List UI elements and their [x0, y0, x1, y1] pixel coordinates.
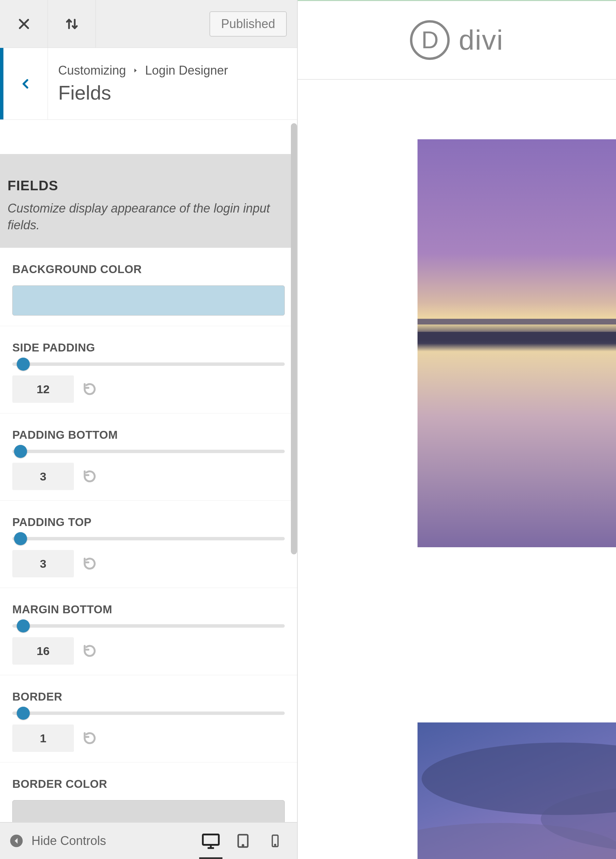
bg-color-swatch[interactable] [13, 286, 285, 315]
slider-value-input[interactable]: 1 [13, 725, 74, 752]
up-down-arrows-icon [63, 16, 80, 33]
tablet-icon [235, 832, 251, 849]
preview-image-2 [417, 722, 616, 859]
control-side-padding: SIDE PADDING 12 [0, 326, 297, 414]
device-desktop[interactable] [199, 829, 223, 853]
breadcrumb: Customizing Login Designer [58, 63, 287, 78]
undo-icon [82, 556, 97, 571]
undo-icon [82, 469, 97, 484]
collapse-left-icon [9, 834, 23, 848]
page-title: Fields [58, 81, 287, 104]
section-header: FIELDS Customize display appearance of t… [0, 154, 297, 248]
slider-value-input[interactable]: 3 [13, 550, 74, 577]
control-label: BACKGROUND COLOR [13, 263, 285, 276]
slider-track[interactable] [13, 624, 285, 628]
svg-rect-3 [203, 834, 219, 845]
close-icon [17, 17, 31, 31]
reset-button[interactable] [82, 643, 97, 658]
reorder-button[interactable] [48, 0, 96, 48]
bottombar: Hide Controls [0, 822, 297, 859]
section-description: Customize display appearance of the logi… [8, 200, 285, 233]
logo-mark: D [410, 20, 450, 60]
preview-image-1 [417, 139, 616, 547]
control-padding-bottom: PADDING BOTTOM 3 [0, 414, 297, 501]
site-logo[interactable]: D divi [410, 20, 503, 60]
reset-button[interactable] [82, 731, 97, 746]
control-label: PADDING BOTTOM [13, 428, 285, 442]
panel-body: FIELDS Customize display appearance of t… [0, 120, 297, 822]
device-mobile[interactable] [263, 829, 288, 853]
breadcrumb-root: Customizing [58, 63, 126, 78]
slider-thumb[interactable] [17, 619, 30, 633]
publish-status[interactable]: Published [210, 11, 287, 37]
desktop-icon [201, 831, 220, 850]
control-label: BORDER [13, 690, 285, 703]
logo-text: divi [458, 24, 503, 56]
control-padding-top: PADDING TOP 3 [0, 501, 297, 588]
back-button[interactable] [0, 48, 48, 119]
preview-header: D divi [298, 1, 616, 80]
preview-pane: D divi [298, 0, 616, 859]
customizer-sidebar: Published Customizing Login Designer Fie… [0, 0, 298, 859]
svg-rect-8 [417, 139, 616, 547]
undo-icon [82, 731, 97, 746]
collapse-button[interactable]: Hide Controls [9, 834, 106, 848]
slider-thumb[interactable] [17, 707, 30, 720]
control-margin-bottom: MARGIN BOTTOM 16 [0, 588, 297, 675]
reset-button[interactable] [82, 556, 97, 571]
mobile-icon [268, 834, 282, 848]
hide-controls-label: Hide Controls [31, 834, 106, 848]
undo-icon [82, 381, 97, 397]
section-heading: FIELDS [8, 178, 285, 194]
chevron-left-icon [19, 77, 32, 91]
slider-track[interactable] [13, 362, 285, 366]
slider-thumb[interactable] [14, 532, 27, 545]
scrollbar[interactable] [291, 123, 297, 554]
svg-rect-9 [417, 319, 616, 325]
slider-track[interactable] [13, 537, 285, 540]
slider-value-input[interactable]: 3 [13, 463, 74, 490]
topbar: Published [0, 0, 297, 48]
slider-value-input[interactable]: 16 [13, 637, 74, 665]
slider-thumb[interactable] [17, 358, 30, 371]
svg-point-7 [275, 844, 276, 845]
device-tablet[interactable] [231, 829, 255, 853]
border-color-swatch[interactable] [13, 800, 285, 822]
control-label: MARGIN BOTTOM [13, 603, 285, 616]
undo-icon [82, 643, 97, 658]
control-label: PADDING TOP [13, 516, 285, 529]
control-label: BORDER COLOR [13, 778, 285, 790]
reset-button[interactable] [82, 469, 97, 484]
titlebar: Customizing Login Designer Fields [0, 48, 297, 120]
control-bg-color: BACKGROUND COLOR [0, 248, 297, 326]
reset-button[interactable] [82, 381, 97, 397]
svg-rect-10 [417, 332, 616, 342]
control-border-color: BORDER COLOR [0, 762, 297, 822]
chevron-right-icon [132, 67, 139, 74]
close-button[interactable] [0, 0, 48, 48]
slider-track[interactable] [13, 712, 285, 715]
slider-value-input[interactable]: 12 [13, 375, 74, 403]
svg-point-5 [242, 845, 243, 846]
breadcrumb-section: Login Designer [145, 63, 228, 78]
slider-thumb[interactable] [14, 445, 27, 458]
control-border: BORDER 1 [0, 675, 297, 762]
slider-track[interactable] [13, 450, 285, 453]
control-label: SIDE PADDING [13, 341, 285, 354]
